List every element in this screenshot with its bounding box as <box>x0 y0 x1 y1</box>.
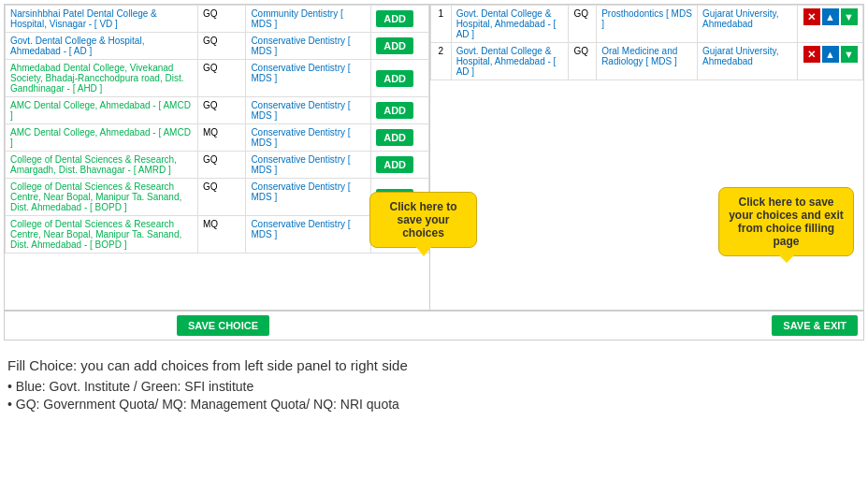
course-cell: Conservative Dentistry [ MDS ] <box>246 33 371 60</box>
left-table-row: College of Dental Sciences & Research, A… <box>6 152 429 179</box>
add-button[interactable]: ADD <box>376 129 413 146</box>
save-exit-button[interactable]: SAVE & EXIT <box>772 315 858 336</box>
action-buttons-cell: ✕ ▲ ▼ <box>798 6 863 43</box>
fill-choice-instruction: Fill Choice: you can add choices from le… <box>7 357 861 373</box>
course-cell: Conservative Dentistry [ MDS ] <box>246 216 371 254</box>
panels-area: Narsinhbhai Patel Dental College & Hospi… <box>5 5 863 340</box>
choice-filling-section: Narsinhbhai Patel Dental College & Hospi… <box>4 4 864 341</box>
course-cell: Conservative Dentistry [ MDS ] <box>246 124 371 152</box>
left-table-row: College of Dental Sciences & Research Ce… <box>6 216 429 254</box>
right-quota-cell: GQ <box>569 43 597 80</box>
add-cell: ADD <box>371 152 429 179</box>
add-cell: ADD <box>371 97 429 124</box>
quota-cell: MQ <box>197 124 245 152</box>
delete-button[interactable]: ✕ <box>803 8 820 25</box>
main-container: Narsinhbhai Patel Dental College & Hospi… <box>0 0 868 426</box>
left-table-row: Govt. Dental College & Hospital, Ahmedab… <box>6 33 429 60</box>
right-quota-cell: GQ <box>569 6 597 43</box>
add-cell: ADD <box>371 33 429 60</box>
move-up-button[interactable]: ▲ <box>822 8 839 25</box>
add-button[interactable]: ADD <box>376 10 413 27</box>
course-cell: Conservative Dentistry [ MDS ] <box>246 179 371 216</box>
save-choice-tooltip: Click here to save your choices <box>369 192 477 248</box>
action-buttons-cell: ✕ ▲ ▼ <box>798 43 863 80</box>
quota-cell: GQ <box>197 179 245 216</box>
course-cell: Community Dentistry [ MDS ] <box>246 6 371 33</box>
right-table-row: 2 Govt. Dental College & Hospital, Ahmed… <box>431 43 863 80</box>
bottom-right: SAVE & EXIT <box>436 315 858 336</box>
add-button[interactable]: ADD <box>376 156 413 173</box>
college-name-cell: College of Dental Sciences & Research Ce… <box>6 179 198 216</box>
course-cell: Conservative Dentistry [ MDS ] <box>246 152 371 179</box>
bottom-left: SAVE CHOICE <box>10 315 436 336</box>
course-cell: Conservative Dentistry [ MDS ] <box>246 97 371 124</box>
college-name-cell: Narsinhbhai Patel Dental College & Hospi… <box>6 6 198 33</box>
delete-button[interactable]: ✕ <box>803 46 820 63</box>
move-down-button[interactable]: ▼ <box>841 8 858 25</box>
left-table-row: Narsinhbhai Patel Dental College & Hospi… <box>6 6 429 33</box>
instruction-item-2: GQ: Government Quota/ MQ: Management Quo… <box>7 397 861 412</box>
left-panel[interactable]: Narsinhbhai Patel Dental College & Hospi… <box>5 5 430 310</box>
quota-cell: MQ <box>197 216 245 254</box>
quota-cell: GQ <box>197 152 245 179</box>
quota-cell: GQ <box>197 33 245 60</box>
college-name-cell: College of Dental Sciences & Research, A… <box>6 152 198 179</box>
right-course-cell: Oral Medicine and Radiology [ MDS ] <box>597 43 698 80</box>
action-buttons: ✕ ▲ ▼ <box>803 46 858 63</box>
right-college-name-cell: Govt. Dental College & Hospital, Ahmedab… <box>451 43 569 80</box>
save-exit-tooltip: Click here to save your choices and exit… <box>718 187 854 256</box>
action-buttons: ✕ ▲ ▼ <box>803 8 858 25</box>
add-button[interactable]: ADD <box>376 70 413 87</box>
right-univ-cell: Gujarat University, Ahmedabad <box>697 43 797 80</box>
sr-no-cell: 1 <box>431 6 452 43</box>
left-colleges-table: Narsinhbhai Patel Dental College & Hospi… <box>5 5 429 254</box>
instruction-list: Blue: Govt. Institute / Green: SFI insti… <box>7 379 861 412</box>
right-college-name-cell: Govt. Dental College & Hospital, Ahmedab… <box>451 6 569 43</box>
add-cell: ADD <box>371 124 429 152</box>
add-cell: ADD <box>371 6 429 33</box>
left-table-row: College of Dental Sciences & Research Ce… <box>6 179 429 216</box>
right-univ-cell: Gujarat University, Ahmedabad <box>697 6 797 43</box>
right-panel[interactable]: 1 Govt. Dental College & Hospital, Ahmed… <box>430 5 863 310</box>
right-table-row: 1 Govt. Dental College & Hospital, Ahmed… <box>431 6 863 43</box>
move-down-button[interactable]: ▼ <box>841 46 858 63</box>
move-up-button[interactable]: ▲ <box>822 46 839 63</box>
college-name-cell: AMC Dental College, Ahmedabad - [ AMCD ] <box>6 97 198 124</box>
panels-wrapper: Narsinhbhai Patel Dental College & Hospi… <box>5 5 863 311</box>
right-choices-table: 1 Govt. Dental College & Hospital, Ahmed… <box>430 5 863 80</box>
college-name-cell: AMC Dental College, Ahmedabad - [ AMCD ] <box>6 124 198 152</box>
add-button[interactable]: ADD <box>376 102 413 119</box>
college-name-cell: Govt. Dental College & Hospital, Ahmedab… <box>6 33 198 60</box>
save-choice-button[interactable]: SAVE CHOICE <box>177 315 269 336</box>
sr-no-cell: 2 <box>431 43 452 80</box>
college-name-cell: College of Dental Sciences & Research Ce… <box>6 216 198 254</box>
college-name-cell: Ahmedabad Dental College, Vivekanad Soci… <box>6 60 198 97</box>
course-cell: Conservative Dentistry [ MDS ] <box>246 60 371 97</box>
quota-cell: GQ <box>197 60 245 97</box>
right-course-cell: Prosthodontics [ MDS ] <box>597 6 698 43</box>
add-button[interactable]: ADD <box>376 37 413 54</box>
instructions-section: Fill Choice: you can add choices from le… <box>4 350 864 422</box>
instruction-item-1: Blue: Govt. Institute / Green: SFI insti… <box>7 379 861 394</box>
bottom-bar: SAVE CHOICE SAVE & EXIT <box>5 311 863 340</box>
quota-cell: GQ <box>197 6 245 33</box>
left-table-row: AMC Dental College, Ahmedabad - [ AMCD ]… <box>6 124 429 152</box>
add-cell: ADD <box>371 60 429 97</box>
left-table-row: Ahmedabad Dental College, Vivekanad Soci… <box>6 60 429 97</box>
quota-cell: GQ <box>197 97 245 124</box>
left-table-row: AMC Dental College, Ahmedabad - [ AMCD ]… <box>6 97 429 124</box>
